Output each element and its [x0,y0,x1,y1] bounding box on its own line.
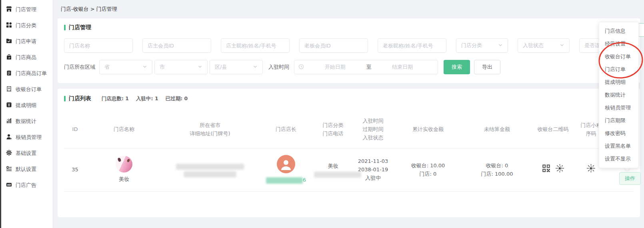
sidebar-item-store-apply[interactable]: 门店申请 [1,34,53,50]
menu-item-store-term[interactable]: 门店期限 [599,114,638,127]
col-address: 所在省市详细地址(门牌号) [162,121,258,138]
sidebar-item-verifier-manage[interactable]: 核销员管理 [1,129,53,145]
col-store-name: 门店名称 [86,125,162,133]
col-received: 累计实收金额 [394,125,462,133]
sidebar-item-store-goods-orders[interactable]: 门店商品订单 [1,65,53,81]
col-cashier-qr: 收银台二维码 [532,125,574,133]
sidebar-item-store-goods[interactable]: 门店商品 [1,50,53,65]
owner-id-input[interactable] [142,38,211,53]
chevron-down-icon [498,43,503,49]
sidebar-item-label: 门店分类 [16,22,36,29]
sidebar-item-label: 基础设置 [16,150,36,157]
store-name-input[interactable] [64,38,133,53]
filter-panel-title: 门店管理 [64,24,634,31]
col-category-phone: 门店分类门店电话 [314,121,352,138]
menu-item-commission-detail[interactable]: 提成明细 [599,76,638,89]
list-header: 门店列表 门店总数: 1 入驻中: 1 已过期: 0 [64,95,634,102]
menu-item-set-blacklist[interactable]: 设置黑名单 [599,140,638,153]
store-stats: 门店总数: 1 入驻中: 1 已过期: 0 [102,95,188,102]
col-id: ID [64,125,86,133]
qr-code-icon[interactable] [542,164,550,175]
sidebar-item-label: 核销员管理 [16,134,42,141]
boss-id-input[interactable] [299,38,368,53]
sidebar-item-data-stats[interactable]: 数据统计 [1,113,53,129]
chevron-down-icon [253,64,258,70]
sidebar-item-label: 默认设置 [16,166,36,173]
menu-item-data-stats[interactable]: 数据统计 [599,89,638,101]
boss-info-input[interactable] [378,38,446,53]
filter-row-2: 门店所在区域 省 市 区/县 入驻时间 开始日期 至 [64,60,634,74]
date-range-picker[interactable]: 开始日期 至 结束日期 [294,60,438,74]
sidebar-item-label: 门店申请 [16,38,36,45]
menu-item-set-hidden[interactable]: 设置不显示 [599,153,638,165]
unsettled-store: 门店: 100.00 [462,170,532,178]
col-unsettled: 未结算金额 [462,125,532,133]
sidebar-item-label: 数据统计 [16,118,36,125]
store-table: ID 门店名称 所在省市详细地址(门牌号) 门店店长 门店分类门店电话 入驻时间… [64,113,634,192]
folder-check-icon [6,38,12,45]
join-time: 2021-11-03 [352,157,394,165]
breadcrumb: 门店-收银台 > 门店管理 [54,0,644,18]
manager-name[interactable]: 6 [258,176,314,184]
row-unsettled: 收银台: 0 门店: 100.00 [462,161,532,178]
store-avatar[interactable] [116,156,132,172]
category-select[interactable]: 门店分类 [456,38,508,53]
sidebar-item-default-settings[interactable]: 默认设置 [1,161,53,177]
chevron-down-icon [142,64,147,70]
sidebar-item-cashier-orders[interactable]: 收银台订单 [1,81,53,97]
person-icon [6,134,12,141]
title-accent-bar [64,96,66,101]
chevron-down-icon [560,43,564,49]
list-title-text: 门店列表 [69,95,91,102]
sidebar-item-commission-detail[interactable]: 提成明细 [1,97,53,113]
clipboard-icon [6,70,12,77]
chevron-down-icon [198,64,202,70]
province-select[interactable]: 省 [99,60,152,74]
store-name-text: 美妆 [86,175,162,183]
export-button[interactable]: 导出 [474,60,500,74]
menu-item-cashier-orders[interactable]: 收银台订单 [599,50,638,63]
sidebar-item-store-manage[interactable]: 门店管理 [1,2,53,18]
bag-icon [6,54,12,61]
city-select[interactable]: 市 [154,60,208,74]
search-button[interactable]: 搜索 [444,60,470,74]
store-list-panel: 门店列表 门店总数: 1 入驻中: 1 已过期: 0 ID 门店名称 所在省市详… [58,89,640,217]
status-select[interactable]: 入驻状态 [518,38,570,53]
unsettled-cashier: 收银台: 0 [462,161,532,170]
sidebar-item-basic-settings[interactable]: 基础设置 [1,145,53,161]
menu-item-store-orders[interactable]: 门店订单 [599,63,638,76]
manager-avatar[interactable] [277,155,295,173]
owner-info-input[interactable] [221,38,290,53]
date-end-placeholder[interactable]: 结束日期 [372,63,434,71]
row-time-status: 2021-11-03 2038-01-19 入驻中 [352,157,394,182]
blurred-address-line [184,171,236,177]
miniprogram-code-icon[interactable] [555,164,564,175]
store-icon [6,6,12,13]
blurred-address-line [176,164,244,170]
ad-icon: AD [6,182,12,189]
blurred-phone [314,172,361,178]
receipt-icon [6,86,12,93]
menu-item-change-password[interactable]: 修改密码 [599,127,638,140]
row-manager: 6 [258,155,314,184]
sidebar-item-label: 门店商品 [16,54,36,61]
region-label: 门店所在区域 [64,63,95,71]
main-content: 门店-收银台 > 门店管理 门店管理 门店分类 入驻状态 是否连锁店 [54,0,644,228]
row-action-button[interactable]: 操作 [619,172,641,185]
region-selects: 省 市 区/县 [99,60,263,74]
district-select[interactable]: 区/县 [210,60,263,74]
chart-icon [6,118,12,125]
menu-item-store-info[interactable]: 门店信息 [599,25,638,38]
menu-item-business-settings[interactable]: 经营设置 [599,38,638,50]
sidebar-item-store-ads[interactable]: AD 门店广告 [1,177,53,193]
date-start-placeholder[interactable]: 开始日期 [304,63,366,71]
sidebar-item-store-category[interactable]: 门店分类 [1,18,53,34]
miniprogram-code-icon[interactable] [586,168,596,174]
menu-item-verifier-manage[interactable]: 核销员管理 [599,101,638,114]
yen-square-icon [6,102,12,109]
sliders-icon [6,166,12,173]
date-to-label: 至 [366,63,372,71]
window-edge [0,0,1,228]
store-category: 美妆 [314,162,352,170]
title-accent-bar [64,25,66,30]
